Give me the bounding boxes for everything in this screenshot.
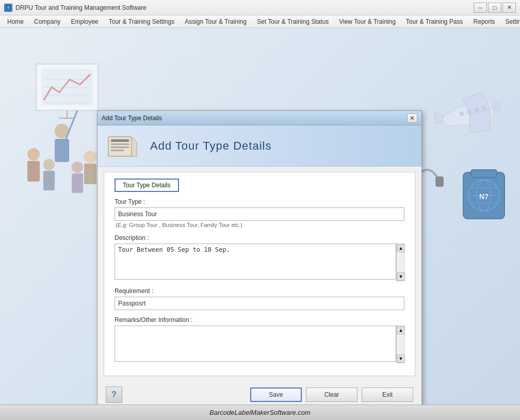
tour-type-field-group: Tour Type : (E.g: Group Tour , Business … xyxy=(115,198,404,228)
modal-dialog: Add Tour Type Details ✕ Add Tour Type De… xyxy=(97,110,422,409)
menu-home[interactable]: Home xyxy=(2,17,29,26)
svg-rect-39 xyxy=(435,176,444,187)
scroll-down-arrow[interactable]: ▼ xyxy=(397,272,405,281)
svg-rect-18 xyxy=(84,164,96,184)
modal-title: Add Tour Type Details xyxy=(102,115,162,122)
minimize-button[interactable]: ─ xyxy=(474,3,487,13)
svg-rect-41 xyxy=(111,139,129,142)
status-bar-text: BarcodeLabelMakerSoftware.com xyxy=(209,409,311,416)
app-title: DRPU Tour and Training Management Softwa… xyxy=(15,4,147,11)
svg-rect-43 xyxy=(111,147,129,148)
svg-text:T: T xyxy=(7,6,10,10)
svg-rect-44 xyxy=(111,150,124,151)
svg-point-19 xyxy=(72,161,83,173)
tour-type-hint: (E.g: Group Tour , Business Tour, Family… xyxy=(116,222,404,228)
maximize-button[interactable]: □ xyxy=(488,3,501,13)
remarks-textarea[interactable] xyxy=(115,326,396,362)
menu-view-tour[interactable]: View Tour & Training xyxy=(334,17,401,26)
title-bar-left: T DRPU Tour and Training Management Soft… xyxy=(4,4,147,12)
svg-point-15 xyxy=(43,159,55,170)
menu-assign-tour[interactable]: Assign Tour & Training xyxy=(180,17,252,26)
menu-reports[interactable]: Reports xyxy=(468,17,500,26)
description-wrapper: ▲ ▼ xyxy=(115,244,404,281)
menu-settings[interactable]: Settings xyxy=(500,17,520,26)
menu-company[interactable]: Company xyxy=(29,17,66,26)
remarks-scroll-up[interactable]: ▲ xyxy=(397,326,405,334)
remarks-wrapper: ▲ ▼ xyxy=(115,326,404,363)
svg-rect-42 xyxy=(111,143,129,145)
description-textarea[interactable] xyxy=(115,244,396,280)
scroll-up-arrow[interactable]: ▲ xyxy=(397,244,405,252)
modal-close-button[interactable]: ✕ xyxy=(407,114,417,123)
menu-tour-training-settings[interactable]: Tour & Training Settings xyxy=(104,17,180,26)
menu-employee[interactable]: Employee xyxy=(66,17,103,26)
modal-titlebar: Add Tour Type Details ✕ xyxy=(98,111,421,125)
requirement-input[interactable] xyxy=(115,297,404,310)
title-bar: T DRPU Tour and Training Management Soft… xyxy=(0,0,520,15)
modal-header-banner: Add Tour Type Details xyxy=(98,125,421,167)
clear-button[interactable]: Clear xyxy=(306,387,358,402)
svg-point-13 xyxy=(27,148,40,160)
save-button[interactable]: Save xyxy=(250,387,302,402)
main-content: N7 Add Tour Type Details ✕ xyxy=(0,28,520,420)
menu-bar: Home Company Employee Tour & Training Se… xyxy=(0,15,520,28)
svg-point-17 xyxy=(84,151,96,163)
modal-header-title: Add Tour Type Details xyxy=(150,139,271,153)
help-button[interactable]: ? xyxy=(106,386,122,403)
description-scrollbar[interactable]: ▲ ▼ xyxy=(396,244,404,281)
remarks-scroll-down[interactable]: ▼ xyxy=(397,354,405,363)
menu-pass[interactable]: Tour & Training Pass xyxy=(401,17,468,26)
menu-set-status[interactable]: Set Tour & Training Status xyxy=(252,17,334,26)
close-button[interactable]: ✕ xyxy=(502,3,516,13)
description-label: Description : xyxy=(115,234,404,241)
svg-rect-16 xyxy=(43,171,55,190)
modal-header-icon xyxy=(106,132,142,160)
svg-marker-46 xyxy=(132,137,137,156)
requirement-label: Requirement : xyxy=(115,287,404,295)
description-field-group: Description : ▲ ▼ xyxy=(115,234,404,281)
svg-text:N7: N7 xyxy=(479,192,489,201)
exit-button[interactable]: Exit xyxy=(362,387,413,402)
footer-buttons: Save Clear Exit xyxy=(250,387,413,402)
requirement-field-group: Requirement : xyxy=(115,287,404,310)
svg-rect-14 xyxy=(27,161,40,182)
modal-body: Tour Type Details Tour Type : (E.g: Grou… xyxy=(104,172,415,376)
svg-rect-31 xyxy=(471,170,497,177)
tour-type-label: Tour Type : xyxy=(115,198,404,205)
app-icon: T xyxy=(4,4,12,12)
remarks-field-group: Remarks/Other Information : ▲ ▼ xyxy=(115,316,404,363)
window-controls: ─ □ ✕ xyxy=(474,3,516,13)
remarks-scrollbar[interactable]: ▲ ▼ xyxy=(396,326,404,363)
status-bar: BarcodeLabelMakerSoftware.com xyxy=(0,405,520,420)
section-tab[interactable]: Tour Type Details xyxy=(115,179,179,192)
tour-type-input[interactable] xyxy=(115,207,404,221)
svg-rect-20 xyxy=(72,173,83,193)
remarks-label: Remarks/Other Information : xyxy=(115,316,404,324)
svg-rect-11 xyxy=(55,139,69,162)
